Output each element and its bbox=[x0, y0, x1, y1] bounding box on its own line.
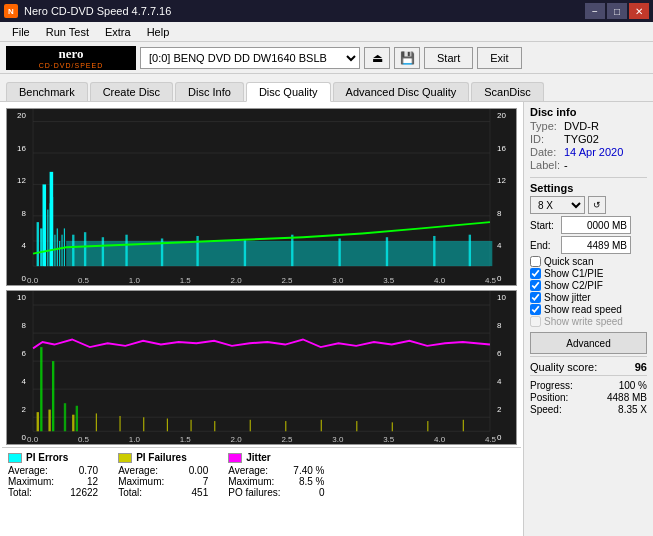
main-content: 201612840 201612840 bbox=[0, 102, 653, 536]
menu-extra[interactable]: Extra bbox=[97, 25, 139, 39]
show-c1-row: Show C1/PIE bbox=[530, 268, 647, 279]
tab-disc-info[interactable]: Disc Info bbox=[175, 82, 244, 101]
speed-value: 8.35 X bbox=[618, 404, 647, 415]
tab-disc-quality[interactable]: Disc Quality bbox=[246, 82, 331, 102]
svg-rect-12 bbox=[47, 210, 48, 267]
show-c2-pif-label: Show C2/PIF bbox=[544, 280, 603, 291]
pi-failures-max-row: Maximum: 7 bbox=[118, 476, 208, 487]
show-c1-pie-checkbox[interactable] bbox=[530, 268, 541, 279]
speed-select[interactable]: 8 X bbox=[530, 196, 585, 214]
start-row: Start: bbox=[530, 216, 647, 234]
disc-info-type-val: DVD-R bbox=[564, 120, 599, 132]
menu-bar: File Run Test Extra Help bbox=[0, 22, 653, 42]
progress-row: Progress: 100 % bbox=[530, 380, 647, 391]
disc-info-date-row: Date: 14 Apr 2020 bbox=[530, 146, 647, 158]
show-write-speed-row: Show write speed bbox=[530, 316, 647, 327]
svg-rect-17 bbox=[59, 241, 60, 266]
chart1-wrapper: 201612840 201612840 bbox=[6, 108, 517, 286]
jitter-label: Jitter bbox=[228, 452, 324, 463]
tab-benchmark[interactable]: Benchmark bbox=[6, 82, 88, 101]
svg-rect-53 bbox=[250, 420, 251, 431]
progress-value: 100 % bbox=[619, 380, 647, 391]
quick-scan-checkbox[interactable] bbox=[530, 256, 541, 267]
svg-rect-61 bbox=[52, 361, 54, 431]
pi-failures-total-val: 451 bbox=[168, 487, 208, 498]
pi-failures-avg-label: Average: bbox=[118, 465, 158, 476]
chart-area: 201612840 201612840 bbox=[0, 102, 523, 536]
svg-rect-49 bbox=[143, 417, 144, 431]
svg-rect-24 bbox=[125, 235, 127, 266]
tab-create-disc[interactable]: Create Disc bbox=[90, 82, 173, 101]
svg-rect-60 bbox=[40, 347, 42, 431]
progress-label: Progress: bbox=[530, 380, 573, 391]
pi-errors-label: PI Errors bbox=[8, 452, 98, 463]
advanced-button[interactable]: Advanced bbox=[530, 332, 647, 354]
show-write-speed-label: Show write speed bbox=[544, 316, 623, 327]
chart2-y-right: 1086420 bbox=[496, 291, 516, 444]
jitter-po-label: PO failures: bbox=[228, 487, 280, 498]
pi-failures-color bbox=[118, 453, 132, 463]
save-button[interactable]: 💾 bbox=[394, 47, 420, 69]
svg-rect-44 bbox=[37, 412, 39, 431]
jitter-avg-label: Average: bbox=[228, 465, 268, 476]
disc-info-date-val: 14 Apr 2020 bbox=[564, 146, 623, 158]
exit-button[interactable]: Exit bbox=[477, 47, 521, 69]
svg-rect-26 bbox=[196, 236, 198, 266]
svg-rect-50 bbox=[167, 418, 168, 431]
disc-info-id-row: ID: TYG02 bbox=[530, 133, 647, 145]
svg-rect-30 bbox=[386, 237, 388, 266]
minimize-button[interactable]: − bbox=[585, 3, 605, 19]
svg-rect-35 bbox=[7, 291, 516, 444]
svg-rect-55 bbox=[321, 420, 322, 431]
menu-help[interactable]: Help bbox=[139, 25, 178, 39]
start-label: Start: bbox=[530, 220, 558, 231]
tab-advanced-disc-quality[interactable]: Advanced Disc Quality bbox=[333, 82, 470, 101]
start-input[interactable] bbox=[561, 216, 631, 234]
separator1 bbox=[530, 177, 647, 178]
jitter-max-label: Maximum: bbox=[228, 476, 274, 487]
disc-info-title: Disc info bbox=[530, 106, 647, 118]
stats-area: PI Errors Average: 0.70 Maximum: 12 Tota… bbox=[2, 447, 521, 532]
show-jitter-checkbox[interactable] bbox=[530, 292, 541, 303]
quality-score-label: Quality score: bbox=[530, 361, 597, 373]
disc-info: Disc info Type: DVD-R ID: TYG02 Date: 14… bbox=[530, 106, 647, 171]
settings-refresh-button[interactable]: ↺ bbox=[588, 196, 606, 214]
close-button[interactable]: ✕ bbox=[629, 3, 649, 19]
title-bar: N Nero CD-DVD Speed 4.7.7.16 − □ ✕ bbox=[0, 0, 653, 22]
position-label: Position: bbox=[530, 392, 568, 403]
show-c2-pif-checkbox[interactable] bbox=[530, 280, 541, 291]
svg-rect-9 bbox=[37, 222, 39, 266]
tab-scan-disc[interactable]: ScanDisc bbox=[471, 82, 543, 101]
show-read-speed-checkbox[interactable] bbox=[530, 304, 541, 315]
menu-file[interactable]: File bbox=[4, 25, 38, 39]
eject-button[interactable]: ⏏ bbox=[364, 47, 390, 69]
title-bar-controls: − □ ✕ bbox=[585, 3, 649, 19]
show-read-speed-label: Show read speed bbox=[544, 304, 622, 315]
speed-row-progress: Speed: 8.35 X bbox=[530, 404, 647, 415]
svg-rect-58 bbox=[427, 421, 428, 431]
pi-errors-avg-val: 0.70 bbox=[58, 465, 98, 476]
svg-rect-28 bbox=[291, 235, 293, 266]
end-input[interactable] bbox=[561, 236, 631, 254]
settings-title: Settings bbox=[530, 182, 647, 194]
pi-errors-total-val: 12622 bbox=[58, 487, 98, 498]
chart1-y-left: 201612840 bbox=[7, 109, 27, 285]
charts-container: 201612840 201612840 bbox=[2, 106, 521, 447]
show-read-speed-row: Show read speed bbox=[530, 304, 647, 315]
drive-select[interactable]: [0:0] BENQ DVD DD DW1640 BSLB bbox=[140, 47, 360, 69]
start-button[interactable]: Start bbox=[424, 47, 473, 69]
svg-rect-47 bbox=[96, 413, 97, 431]
svg-rect-51 bbox=[190, 420, 191, 431]
svg-rect-16 bbox=[57, 228, 58, 266]
title-bar-text: Nero CD-DVD Speed 4.7.7.16 bbox=[24, 5, 171, 17]
svg-rect-46 bbox=[72, 415, 74, 432]
quality-score: Quality score: 96 bbox=[530, 361, 647, 373]
pi-errors-avg-label: Average: bbox=[8, 465, 48, 476]
chart2-y-left: 1086420 bbox=[7, 291, 27, 444]
show-write-speed-checkbox[interactable] bbox=[530, 316, 541, 327]
toolbar: nero CD·DVD/SPEED [0:0] BENQ DVD DD DW16… bbox=[0, 42, 653, 74]
svg-rect-52 bbox=[214, 421, 215, 431]
svg-rect-57 bbox=[392, 422, 393, 431]
menu-run-test[interactable]: Run Test bbox=[38, 25, 97, 39]
maximize-button[interactable]: □ bbox=[607, 3, 627, 19]
